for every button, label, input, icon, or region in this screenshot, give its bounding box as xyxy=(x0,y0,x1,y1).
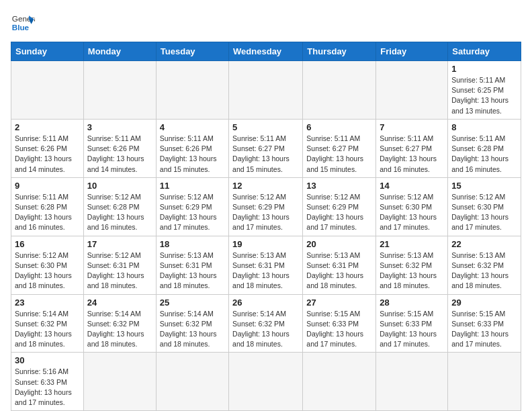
calendar-cell: 4Sunrise: 5:11 AMSunset: 6:26 PMDaylight… xyxy=(156,119,228,177)
day-number: 28 xyxy=(380,298,444,308)
calendar-cell: 8Sunrise: 5:11 AMSunset: 6:28 PMDaylight… xyxy=(448,119,521,177)
day-number: 25 xyxy=(160,298,225,308)
calendar-cell xyxy=(303,353,376,411)
calendar-cell xyxy=(303,61,376,120)
calendar-cell: 7Sunrise: 5:11 AMSunset: 6:27 PMDaylight… xyxy=(376,119,448,177)
day-number: 13 xyxy=(306,181,372,191)
day-number: 1 xyxy=(451,64,517,74)
day-number: 26 xyxy=(232,298,299,308)
day-info: Sunrise: 5:14 AMSunset: 6:32 PMDaylight:… xyxy=(15,309,80,350)
day-info: Sunrise: 5:11 AMSunset: 6:27 PMDaylight:… xyxy=(306,134,372,175)
calendar-cell: 17Sunrise: 5:12 AMSunset: 6:31 PMDayligh… xyxy=(83,236,156,294)
weekday-header-thursday: Thursday xyxy=(303,42,376,61)
weekday-header-saturday: Saturday xyxy=(448,42,521,61)
day-info: Sunrise: 5:12 AMSunset: 6:29 PMDaylight:… xyxy=(160,192,225,233)
day-number: 29 xyxy=(451,298,517,308)
calendar-cell: 14Sunrise: 5:12 AMSunset: 6:30 PMDayligh… xyxy=(376,177,448,236)
weekday-header-tuesday: Tuesday xyxy=(156,42,228,61)
day-info: Sunrise: 5:12 AMSunset: 6:30 PMDaylight:… xyxy=(15,250,80,291)
calendar-cell: 5Sunrise: 5:11 AMSunset: 6:27 PMDaylight… xyxy=(229,119,303,177)
calendar-cell: 11Sunrise: 5:12 AMSunset: 6:29 PMDayligh… xyxy=(156,177,228,236)
weekday-header-friday: Friday xyxy=(376,42,448,61)
day-info: Sunrise: 5:13 AMSunset: 6:32 PMDaylight:… xyxy=(380,250,444,291)
day-number: 27 xyxy=(306,298,372,308)
day-number: 7 xyxy=(380,122,444,132)
day-number: 15 xyxy=(451,181,517,191)
weekday-header-monday: Monday xyxy=(83,42,156,61)
day-info: Sunrise: 5:12 AMSunset: 6:29 PMDaylight:… xyxy=(306,192,372,233)
day-info: Sunrise: 5:12 AMSunset: 6:30 PMDaylight:… xyxy=(380,192,444,233)
day-info: Sunrise: 5:11 AMSunset: 6:26 PMDaylight:… xyxy=(15,134,80,175)
day-info: Sunrise: 5:16 AMSunset: 6:33 PMDaylight:… xyxy=(15,367,80,408)
day-info: Sunrise: 5:12 AMSunset: 6:28 PMDaylight:… xyxy=(87,192,152,233)
calendar-cell xyxy=(376,61,448,120)
day-info: Sunrise: 5:11 AMSunset: 6:27 PMDaylight:… xyxy=(380,134,444,175)
day-number: 5 xyxy=(232,122,299,132)
day-info: Sunrise: 5:11 AMSunset: 6:28 PMDaylight:… xyxy=(451,134,517,175)
calendar-cell: 24Sunrise: 5:14 AMSunset: 6:32 PMDayligh… xyxy=(83,294,156,353)
day-info: Sunrise: 5:15 AMSunset: 6:33 PMDaylight:… xyxy=(451,309,517,350)
day-info: Sunrise: 5:11 AMSunset: 6:26 PMDaylight:… xyxy=(160,134,225,175)
day-info: Sunrise: 5:13 AMSunset: 6:31 PMDaylight:… xyxy=(160,250,225,291)
calendar-cell: 6Sunrise: 5:11 AMSunset: 6:27 PMDaylight… xyxy=(303,119,376,177)
calendar-cell: 27Sunrise: 5:15 AMSunset: 6:33 PMDayligh… xyxy=(303,294,376,353)
calendar-cell: 10Sunrise: 5:12 AMSunset: 6:28 PMDayligh… xyxy=(83,177,156,236)
day-number: 16 xyxy=(15,239,80,249)
day-number: 22 xyxy=(451,239,517,249)
day-number: 8 xyxy=(451,122,517,132)
calendar-table: SundayMondayTuesdayWednesdayThursdayFrid… xyxy=(11,42,521,411)
weekday-header-row: SundayMondayTuesdayWednesdayThursdayFrid… xyxy=(11,42,521,61)
weekday-header-sunday: Sunday xyxy=(11,42,84,61)
day-number: 6 xyxy=(306,122,372,132)
calendar-cell xyxy=(156,61,228,120)
calendar-week-row-4: 23Sunrise: 5:14 AMSunset: 6:32 PMDayligh… xyxy=(11,294,521,353)
page: General Blue SundayMondayTuesdayWednesda… xyxy=(0,0,532,411)
calendar-cell: 23Sunrise: 5:14 AMSunset: 6:32 PMDayligh… xyxy=(11,294,84,353)
calendar-cell: 20Sunrise: 5:13 AMSunset: 6:31 PMDayligh… xyxy=(303,236,376,294)
calendar-cell: 29Sunrise: 5:15 AMSunset: 6:33 PMDayligh… xyxy=(448,294,521,353)
calendar-cell: 22Sunrise: 5:13 AMSunset: 6:32 PMDayligh… xyxy=(448,236,521,294)
svg-text:Blue: Blue xyxy=(12,23,30,32)
day-number: 4 xyxy=(160,122,225,132)
calendar-cell: 16Sunrise: 5:12 AMSunset: 6:30 PMDayligh… xyxy=(11,236,84,294)
calendar-cell: 25Sunrise: 5:14 AMSunset: 6:32 PMDayligh… xyxy=(156,294,228,353)
day-info: Sunrise: 5:11 AMSunset: 6:25 PMDaylight:… xyxy=(451,75,517,116)
calendar-cell xyxy=(11,61,84,120)
day-info: Sunrise: 5:12 AMSunset: 6:30 PMDaylight:… xyxy=(451,192,517,233)
calendar-cell xyxy=(83,61,156,120)
day-info: Sunrise: 5:11 AMSunset: 6:27 PMDaylight:… xyxy=(232,134,299,175)
weekday-header-wednesday: Wednesday xyxy=(229,42,303,61)
day-info: Sunrise: 5:15 AMSunset: 6:33 PMDaylight:… xyxy=(380,309,444,350)
calendar-cell xyxy=(229,353,303,411)
calendar-cell: 12Sunrise: 5:12 AMSunset: 6:29 PMDayligh… xyxy=(229,177,303,236)
day-info: Sunrise: 5:13 AMSunset: 6:31 PMDaylight:… xyxy=(232,250,299,291)
calendar-cell xyxy=(83,353,156,411)
day-number: 10 xyxy=(87,181,152,191)
day-number: 18 xyxy=(160,239,225,249)
day-number: 19 xyxy=(232,239,299,249)
calendar-cell: 13Sunrise: 5:12 AMSunset: 6:29 PMDayligh… xyxy=(303,177,376,236)
calendar-cell: 15Sunrise: 5:12 AMSunset: 6:30 PMDayligh… xyxy=(448,177,521,236)
day-number: 30 xyxy=(15,355,80,365)
logo: General Blue xyxy=(11,11,35,35)
day-number: 2 xyxy=(15,122,80,132)
calendar-week-row-2: 9Sunrise: 5:11 AMSunset: 6:28 PMDaylight… xyxy=(11,177,521,236)
day-info: Sunrise: 5:11 AMSunset: 6:28 PMDaylight:… xyxy=(15,192,80,233)
calendar-cell: 30Sunrise: 5:16 AMSunset: 6:33 PMDayligh… xyxy=(11,353,84,411)
calendar-week-row-3: 16Sunrise: 5:12 AMSunset: 6:30 PMDayligh… xyxy=(11,236,521,294)
calendar-cell: 9Sunrise: 5:11 AMSunset: 6:28 PMDaylight… xyxy=(11,177,84,236)
calendar-week-row-5: 30Sunrise: 5:16 AMSunset: 6:33 PMDayligh… xyxy=(11,353,521,411)
calendar-cell: 3Sunrise: 5:11 AMSunset: 6:26 PMDaylight… xyxy=(83,119,156,177)
calendar-cell xyxy=(448,353,521,411)
day-info: Sunrise: 5:14 AMSunset: 6:32 PMDaylight:… xyxy=(160,309,225,350)
calendar-cell xyxy=(156,353,228,411)
day-number: 14 xyxy=(380,181,444,191)
day-info: Sunrise: 5:13 AMSunset: 6:31 PMDaylight:… xyxy=(306,250,372,291)
day-number: 17 xyxy=(87,239,152,249)
day-info: Sunrise: 5:12 AMSunset: 6:31 PMDaylight:… xyxy=(87,250,152,291)
day-number: 12 xyxy=(232,181,299,191)
calendar-cell xyxy=(229,61,303,120)
day-info: Sunrise: 5:15 AMSunset: 6:33 PMDaylight:… xyxy=(306,309,372,350)
day-number: 24 xyxy=(87,298,152,308)
day-number: 9 xyxy=(15,181,80,191)
